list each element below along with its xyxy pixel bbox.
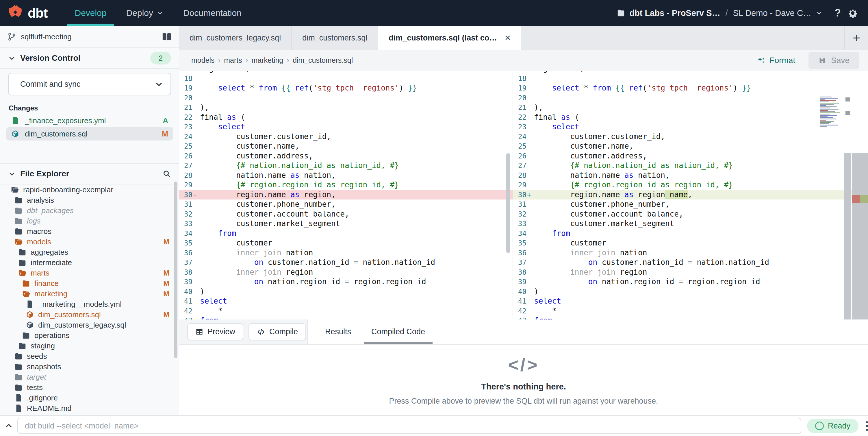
code-line-30-removed[interactable]: 30-region.name as region, — [179, 190, 513, 200]
change-item-dim_customers.sql[interactable]: dim_customers.sqlM — [6, 127, 173, 141]
gear-icon[interactable] — [847, 7, 858, 19]
change-item-_finance_exposures.yml[interactable]: _finance_exposures.ymlA — [6, 114, 173, 127]
breadcrumb-item[interactable]: dim_customers.sql — [293, 56, 353, 64]
code-line-43[interactable]: 43from — [513, 316, 868, 319]
code-line-24[interactable]: 24customer.customer_id, — [513, 132, 868, 142]
code-line-19[interactable]: 19select * from {{ ref('stg_tpch__region… — [513, 83, 868, 93]
code-line-25[interactable]: 25customer.name, — [179, 141, 513, 151]
tree-item-finance[interactable]: financeM — [0, 278, 179, 289]
help-icon[interactable]: ? — [835, 7, 841, 19]
tree-item-seeds[interactable]: seeds — [0, 351, 179, 361]
code-line-42[interactable]: 42* — [179, 306, 513, 316]
code-line-19[interactable]: 19select * from {{ ref('stg_tpch__region… — [179, 83, 513, 93]
tree-item-README.md[interactable]: README.md — [0, 403, 179, 413]
close-tab-icon[interactable]: ✕ — [504, 33, 511, 42]
nav-item-deploy[interactable]: Deploy — [117, 0, 174, 26]
compile-button[interactable]: Compile — [248, 323, 306, 340]
search-icon[interactable] — [162, 169, 171, 178]
tree-item-aggregates[interactable]: aggregates — [0, 247, 179, 257]
tree-item-marts[interactable]: martsM — [0, 268, 179, 278]
code-line-26[interactable]: 26customer.address, — [513, 151, 868, 161]
code-line-27[interactable]: 27{# nation.nation_id as nation_id, #} — [513, 161, 868, 171]
format-button[interactable]: Format — [757, 56, 795, 65]
code-line-38[interactable]: 38inner join region — [513, 267, 868, 277]
code-line-43[interactable]: 43from — [179, 316, 513, 319]
code-line-37[interactable]: 37on customer.nation_id = nation.nation_… — [513, 258, 868, 267]
breadcrumb-item[interactable]: marts — [224, 56, 242, 64]
tree-item-operations[interactable]: operations — [0, 330, 179, 341]
code-line-22[interactable]: 22final as ( — [513, 113, 868, 122]
editor-tab-3[interactable]: dim_customers.sql (last co…✕ — [378, 26, 521, 50]
diff-pane-modified[interactable]: 17region as (1819select * from {{ ref('s… — [513, 71, 868, 319]
minimap[interactable] — [819, 96, 843, 128]
code-line-34[interactable]: 34from — [513, 229, 868, 238]
kebab-menu-icon[interactable] — [866, 421, 868, 431]
code-line-38[interactable]: 38inner join region — [179, 267, 513, 277]
code-line-26[interactable]: 26customer.address, — [179, 151, 513, 161]
code-line-29[interactable]: 29{# region.region_id as region_id, #} — [513, 180, 868, 190]
tree-item-target[interactable]: target — [0, 372, 179, 382]
code-line-39[interactable]: 39on nation.region_id = region.region_id — [179, 277, 513, 287]
code-line-32[interactable]: 32customer.account_balance, — [179, 209, 513, 219]
code-line-21[interactable]: 21), — [179, 103, 513, 113]
tree-item-logs[interactable]: logs — [0, 216, 179, 226]
code-line-24[interactable]: 24customer.customer_id, — [179, 132, 513, 142]
code-line-17[interactable]: 17region as ( — [513, 71, 868, 74]
code-line-23[interactable]: 23select — [513, 122, 868, 132]
code-line-32[interactable]: 32customer.account_balance, — [513, 209, 868, 219]
code-line-27[interactable]: 27{# nation.nation_id as nation_id, #} — [179, 161, 513, 171]
code-line-22[interactable]: 22final as ( — [179, 113, 513, 122]
code-line-40[interactable]: 40) — [513, 287, 868, 297]
file-explorer-header[interactable]: File Explorer — [0, 163, 179, 184]
tree-item-tests[interactable]: tests — [0, 382, 179, 393]
code-line-40[interactable]: 40) — [179, 287, 513, 297]
tree-item-dim_customers.sql[interactable]: dim_customers.sqlM — [0, 309, 179, 320]
left-pane-scrollbar[interactable] — [506, 153, 510, 253]
tree-item-macros[interactable]: macros — [0, 226, 179, 236]
commit-options-dropdown[interactable] — [147, 74, 170, 95]
tree-item-staging[interactable]: staging — [0, 341, 179, 351]
code-line-42[interactable]: 42* — [513, 306, 868, 316]
sidebar-scrollbar[interactable] — [174, 181, 178, 358]
tree-item-.gitignore[interactable]: .gitignore — [0, 393, 179, 403]
docs-book-icon[interactable] — [162, 32, 172, 41]
code-line-18[interactable]: 18 — [513, 74, 868, 84]
results-tab-results[interactable]: Results — [325, 319, 351, 344]
code-line-21[interactable]: 21), — [513, 103, 868, 113]
code-line-25[interactable]: 25customer.name, — [513, 141, 868, 151]
code-line-31[interactable]: 31customer.phone_number, — [179, 200, 513, 209]
right-pane-scrollbar[interactable] — [844, 153, 851, 319]
diff-pane-original[interactable]: 17region as (1819select * from {{ ref('s… — [179, 71, 513, 319]
expand-command-panel-icon[interactable] — [0, 422, 17, 430]
tree-item-rapid-onboarding-exemplar[interactable]: rapid-onboarding-exemplar — [0, 184, 179, 195]
code-line-39[interactable]: 39on nation.region_id = region.region_id — [513, 277, 868, 287]
preview-button[interactable]: Preview — [187, 323, 243, 340]
tree-item-dim_customers_legacy.sql[interactable]: dim_customers_legacy.sql — [0, 320, 179, 330]
dbt-logo[interactable]: dbt — [7, 5, 48, 21]
account-project-switcher[interactable]: dbt Labs - ProServ S… / SL Demo - Dave C… — [617, 8, 823, 18]
editor-tab-1[interactable]: dim_customers_legacy.sql — [179, 26, 292, 50]
code-line-20[interactable]: 20 — [513, 93, 868, 103]
code-line-17[interactable]: 17region as ( — [179, 71, 513, 74]
code-line-29[interactable]: 29{# region.region_id as region_id, #} — [179, 180, 513, 190]
code-line-35[interactable]: 35customer — [513, 238, 868, 248]
code-line-23[interactable]: 23select — [179, 122, 513, 132]
nav-item-develop[interactable]: Develop — [65, 0, 117, 26]
tree-item-_marketing__models.yml[interactable]: _marketing__models.yml — [0, 299, 179, 309]
tree-item-dbt_packages[interactable]: dbt_packages — [0, 205, 179, 216]
version-control-header[interactable]: Version Control 2 — [0, 48, 179, 69]
code-line-41[interactable]: 41select — [179, 296, 513, 306]
tree-item-analysis[interactable]: analysis — [0, 195, 179, 205]
code-line-28[interactable]: 28nation.name as nation, — [179, 171, 513, 180]
diff-overview-ruler[interactable] — [852, 153, 868, 319]
results-tab-compiled-code[interactable]: Compiled Code — [371, 319, 425, 344]
save-button[interactable]: Save — [808, 52, 859, 69]
code-line-20[interactable]: 20 — [179, 93, 513, 103]
code-line-28[interactable]: 28nation.name as nation, — [513, 171, 868, 180]
tree-item-models[interactable]: modelsM — [0, 236, 179, 247]
tree-item-marketing[interactable]: marketingM — [0, 289, 179, 299]
dbt-command-input[interactable] — [17, 418, 801, 434]
code-line-34[interactable]: 34from — [179, 229, 513, 238]
code-line-18[interactable]: 18 — [179, 74, 513, 84]
nav-item-documentation[interactable]: Documentation — [174, 0, 251, 26]
